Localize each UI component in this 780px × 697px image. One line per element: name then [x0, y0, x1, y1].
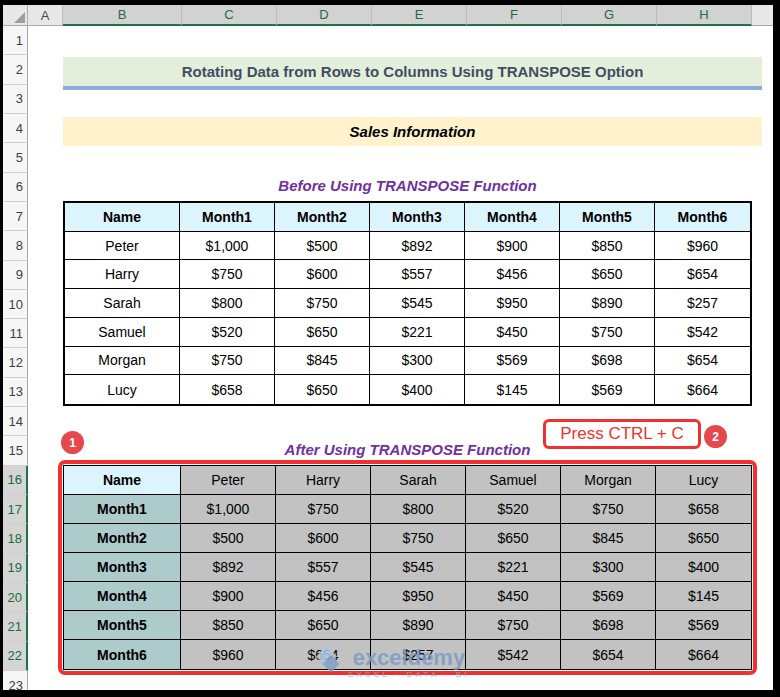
cell[interactable]: $450	[465, 318, 560, 347]
cell[interactable]: $569	[656, 611, 751, 640]
cell[interactable]: $750	[371, 524, 466, 553]
row-header-11[interactable]: 11	[3, 319, 28, 348]
row-header-2[interactable]: 2	[3, 55, 28, 84]
row-header-23[interactable]: 23	[3, 671, 28, 690]
cell[interactable]: $569	[561, 582, 656, 611]
select-all-corner[interactable]	[3, 5, 28, 26]
cell[interactable]: Sarah	[65, 289, 180, 318]
cell[interactable]: Month1	[64, 495, 181, 524]
cell[interactable]: $845	[561, 524, 656, 553]
cell[interactable]: $221	[370, 318, 465, 347]
row-header-17[interactable]: 17	[3, 495, 28, 524]
cell[interactable]: $750	[466, 611, 561, 640]
cell[interactable]: $569	[560, 375, 655, 404]
cell[interactable]: $960	[655, 232, 750, 261]
cell[interactable]: Morgan	[65, 347, 180, 376]
cell[interactable]: $900	[465, 232, 560, 261]
cell[interactable]: Month5	[560, 203, 655, 232]
cell[interactable]: $654	[655, 260, 750, 289]
cell[interactable]: $545	[370, 289, 465, 318]
row-header-1[interactable]: 1	[3, 26, 28, 55]
cell[interactable]: Lucy	[65, 375, 180, 404]
cell[interactable]: $456	[276, 582, 371, 611]
cell[interactable]: $960	[181, 640, 276, 669]
cell[interactable]: Month6	[64, 640, 181, 669]
cell[interactable]: $698	[560, 347, 655, 376]
cell[interactable]: Month1	[180, 203, 275, 232]
cell[interactable]: $650	[276, 611, 371, 640]
cell[interactable]: $750	[275, 289, 370, 318]
cell[interactable]: Name	[65, 203, 180, 232]
cell[interactable]: $542	[655, 318, 750, 347]
cell[interactable]: $557	[370, 260, 465, 289]
cell[interactable]: Lucy	[656, 466, 751, 495]
cell[interactable]: $800	[371, 495, 466, 524]
cell[interactable]: $892	[370, 232, 465, 261]
cell[interactable]: $569	[465, 347, 560, 376]
cell[interactable]: $400	[370, 375, 465, 404]
cell[interactable]: Month2	[275, 203, 370, 232]
cell[interactable]: $658	[656, 495, 751, 524]
cell[interactable]: $557	[276, 553, 371, 582]
cell[interactable]: $456	[465, 260, 560, 289]
cell[interactable]: $845	[275, 347, 370, 376]
cell[interactable]: Harry	[276, 466, 371, 495]
cell[interactable]: Peter	[181, 466, 276, 495]
row-header-10[interactable]: 10	[3, 290, 28, 319]
cell[interactable]: $650	[275, 318, 370, 347]
cell[interactable]: $221	[466, 553, 561, 582]
row-header-20[interactable]: 20	[3, 583, 28, 612]
cell[interactable]: $750	[561, 495, 656, 524]
cell[interactable]: $145	[656, 582, 751, 611]
cell[interactable]: $950	[465, 289, 560, 318]
cell[interactable]: $450	[466, 582, 561, 611]
cell[interactable]: Peter	[65, 232, 180, 261]
row-header-5[interactable]: 5	[3, 143, 28, 172]
cell[interactable]: $1,000	[181, 495, 276, 524]
cell[interactable]: $658	[180, 375, 275, 404]
cell[interactable]: $750	[276, 495, 371, 524]
cell[interactable]: $698	[561, 611, 656, 640]
cell[interactable]: Samuel	[65, 318, 180, 347]
row-header-19[interactable]: 19	[3, 554, 28, 583]
cell[interactable]: $650	[466, 524, 561, 553]
cell[interactable]: Month4	[64, 582, 181, 611]
cell[interactable]: $600	[276, 524, 371, 553]
row-header-6[interactable]: 6	[3, 173, 28, 202]
cell[interactable]: $750	[560, 318, 655, 347]
cell[interactable]: $300	[561, 553, 656, 582]
cell[interactable]: Month5	[64, 611, 181, 640]
cell[interactable]: $900	[181, 582, 276, 611]
cell[interactable]: $850	[181, 611, 276, 640]
cell[interactable]: $654	[561, 640, 656, 669]
row-header-13[interactable]: 13	[3, 378, 28, 407]
cell[interactable]: $890	[560, 289, 655, 318]
cell[interactable]: $892	[181, 553, 276, 582]
cell[interactable]: Month2	[64, 524, 181, 553]
col-header-E[interactable]: E	[372, 5, 467, 26]
cell[interactable]: $650	[560, 260, 655, 289]
cell[interactable]: $257	[655, 289, 750, 318]
row-header-16[interactable]: 16	[3, 466, 28, 495]
cell[interactable]: $542	[466, 640, 561, 669]
row-header-4[interactable]: 4	[3, 114, 28, 143]
cell[interactable]: $500	[275, 232, 370, 261]
cell[interactable]: $545	[371, 553, 466, 582]
cell[interactable]: Month4	[465, 203, 560, 232]
cell[interactable]: Month3	[370, 203, 465, 232]
cell[interactable]: $650	[656, 524, 751, 553]
cell[interactable]: $950	[371, 582, 466, 611]
row-header-8[interactable]: 8	[3, 231, 28, 260]
cell[interactable]: $520	[466, 495, 561, 524]
col-header-G[interactable]: G	[562, 5, 657, 26]
row-header-7[interactable]: 7	[3, 202, 28, 231]
col-header-B[interactable]: B	[63, 5, 182, 26]
cell[interactable]: $400	[656, 553, 751, 582]
cell[interactable]: $300	[370, 347, 465, 376]
cell[interactable]: $654	[655, 347, 750, 376]
cell[interactable]: Name	[64, 466, 181, 495]
cell[interactable]: Harry	[65, 260, 180, 289]
col-header-A[interactable]: A	[28, 5, 63, 26]
subtitle-banner-cell[interactable]: Sales Information	[63, 117, 762, 146]
cell[interactable]: $750	[180, 347, 275, 376]
